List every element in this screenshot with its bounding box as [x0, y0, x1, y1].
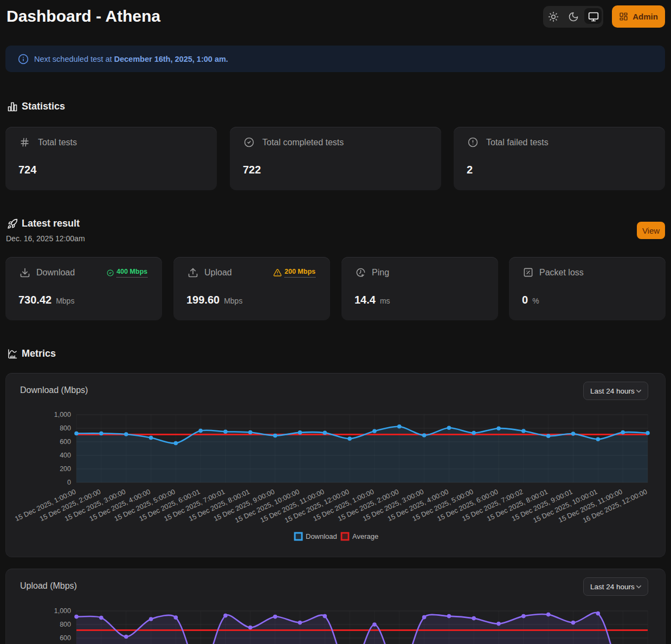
svg-text:600: 600 [60, 634, 71, 642]
svg-text:1,000: 1,000 [54, 607, 71, 615]
svg-text:800: 800 [60, 424, 71, 432]
svg-text:0: 0 [67, 479, 71, 486]
svg-text:1,000: 1,000 [54, 411, 71, 418]
svg-text:Download: Download [306, 532, 337, 540]
svg-text:400: 400 [60, 452, 71, 459]
svg-text:Average: Average [352, 532, 378, 540]
svg-text:600: 600 [60, 438, 71, 446]
svg-text:800: 800 [60, 621, 71, 628]
svg-text:200: 200 [60, 465, 71, 473]
